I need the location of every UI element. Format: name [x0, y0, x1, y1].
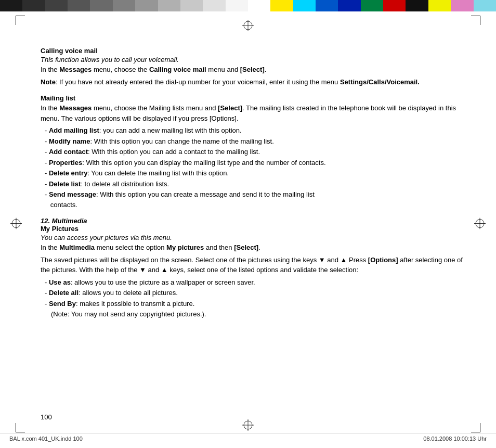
cvm-bold1: Messages [59, 66, 92, 73]
multimedia-chapter: 12. Multimedia [41, 217, 470, 225]
calling-voicemail-title: Calling voice mail [41, 47, 470, 55]
note-bold2: Settings/Calls/Voicemail. [340, 78, 420, 86]
cvm-pre: In the [41, 66, 59, 73]
note-bold: Note [41, 78, 56, 86]
cvm-bold3: [Select] [240, 66, 265, 73]
list-item: - Modify name: With this option you can … [41, 136, 470, 147]
list-item: - Delete list: to delete all distributio… [41, 179, 470, 189]
page-content: Calling voice mail This function allows … [41, 47, 470, 422]
footer-left: BAL x.com 401_UK.indd 100 [9, 436, 83, 442]
cvm-mid: menu, choose the [92, 66, 149, 73]
mailing-list-line1: In the Messages menu, choose the Mailing… [41, 103, 470, 123]
calling-voicemail-note: Note: If you have not already entered th… [41, 77, 470, 87]
multimedia-italic: You can access your pictures via this me… [41, 234, 470, 241]
list-item: - Delete entry: You can delete the maili… [41, 168, 470, 178]
calling-voicemail-section: Calling voice mail This function allows … [41, 47, 470, 87]
crosshair-left [10, 217, 22, 231]
list-item: - Delete all: allows you to delete all p… [41, 288, 470, 298]
note-text: : If you have not already entered the di… [56, 78, 340, 86]
multimedia-line2: The saved pictures will be displayed on … [41, 255, 470, 275]
list-item: - Use as: allows you to use the picture … [41, 277, 470, 288]
footer: BAL x.com 401_UK.indd 100 08.01.2008 10:… [0, 433, 496, 442]
crosshair-right [474, 217, 486, 231]
mailing-list-title: Mailing list [41, 94, 470, 102]
list-item: - Send message: With this option you can… [41, 189, 470, 210]
calling-voicemail-italic: This function allows you to call your vo… [41, 56, 470, 63]
cvm-end: menu and [206, 66, 240, 73]
list-item: - Send By: makes it possible to transmit… [41, 299, 470, 309]
list-item: - Add contact: With this option you can … [41, 147, 470, 157]
list-item: - Add mailing list: you can add a new ma… [41, 125, 470, 136]
multimedia-section: 12. Multimedia My Pictures You can acces… [41, 217, 470, 319]
calling-voicemail-line1: In the Messages menu, choose the Calling… [41, 65, 470, 75]
multimedia-subtitle: My Pictures [41, 225, 470, 233]
footer-right: 08.01.2008 10:00:13 Uhr [423, 436, 487, 442]
page-number: 100 [41, 413, 52, 421]
list-item: - Properties: With this option you can d… [41, 158, 470, 168]
cvm-bold2: Calling voice mail [149, 66, 206, 73]
multimedia-line1: In the Multimedia menu select the option… [41, 242, 470, 253]
list-item-note: (Note: You may not send any copyrighted … [41, 309, 470, 319]
mailing-list-section: Mailing list In the Messages menu, choos… [41, 94, 470, 210]
crosshair-top [242, 20, 254, 33]
color-bar [0, 0, 496, 11]
